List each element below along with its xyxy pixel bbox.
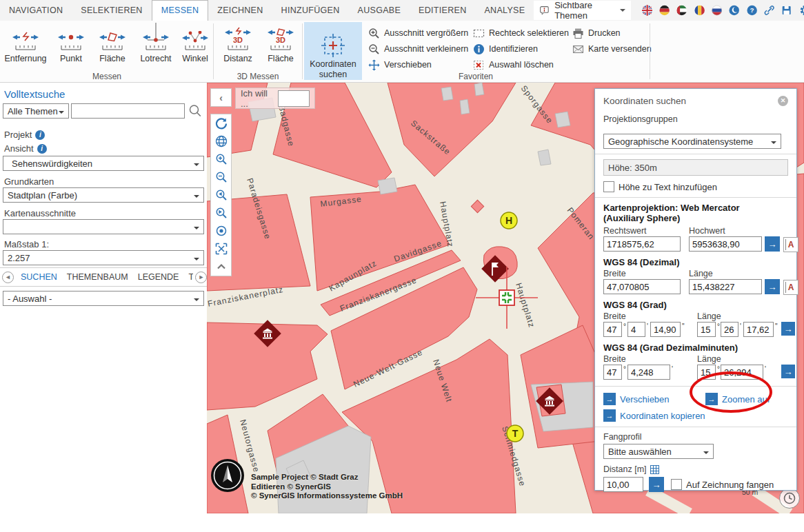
tram-stop-marker[interactable]: T — [507, 425, 523, 442]
ich-will-box[interactable]: Ich will ... — [235, 88, 315, 109]
center-position-button[interactable] — [211, 222, 231, 240]
tabs-scroll-left-icon[interactable]: ◄ — [2, 272, 14, 283]
info-icon[interactable]: i — [37, 144, 47, 154]
theme-select[interactable]: Alle Themen — [3, 103, 69, 119]
search-icon[interactable] — [188, 103, 203, 119]
arrow-icon: → — [705, 393, 718, 405]
link-icon[interactable] — [764, 4, 774, 17]
auf-zeichnung-fangen-checkbox[interactable] — [671, 479, 682, 490]
flag-uae-icon[interactable] — [676, 4, 687, 17]
apply-dezimal-button[interactable]: → — [765, 279, 780, 294]
tool-verschieben[interactable]: Verschieben — [368, 58, 432, 72]
previous-extent-button[interactable] — [211, 186, 231, 204]
map-viewport[interactable]: Badgasse Murgasse Sackstraße Sporgasse H… — [207, 83, 804, 513]
massstab-select[interactable]: 2.257 — [3, 250, 204, 265]
info-icon[interactable]: i — [35, 130, 45, 140]
tool-3d-flaeche[interactable]: 3D Fläche — [261, 23, 301, 63]
apply-webmercator-button[interactable]: → — [765, 236, 780, 252]
rechtswert-input[interactable] — [603, 236, 681, 252]
rectangle-select-icon — [473, 28, 485, 39]
hoehe-checkbox[interactable] — [603, 181, 614, 192]
label-coordinate-icon[interactable]: A — [783, 280, 798, 295]
next-extent-button[interactable] — [211, 204, 231, 222]
grad-laenge-sec-input[interactable] — [743, 322, 774, 337]
menu-navigation[interactable]: NAVIGATION — [0, 0, 72, 21]
grid-snap-icon[interactable] — [650, 465, 659, 474]
kartenausschnitte-select[interactable] — [3, 219, 204, 234]
help-icon[interactable]: ? — [747, 4, 757, 17]
full-extent-button[interactable] — [211, 240, 231, 258]
gradmin-laenge-deg-input[interactable] — [697, 365, 716, 380]
bus-stop-marker[interactable]: H — [501, 212, 517, 229]
tool-ausschnitt-vergroessern[interactable]: Ausschnitt vergrößern — [368, 26, 468, 40]
projection-select[interactable]: Geographische Koordinatensysteme — [603, 134, 781, 149]
settings-dropdown[interactable] — [799, 4, 804, 17]
tool-rechteck-selektieren[interactable]: Rechteck selektieren — [473, 26, 569, 40]
grad-laenge-deg-input[interactable] — [697, 322, 716, 337]
grad-breite-sec-input[interactable] — [650, 322, 681, 337]
breite-dezimal-input[interactable] — [603, 279, 681, 294]
tool-karte-versenden[interactable]: Karte versenden — [572, 42, 652, 56]
map-zoom-out-button[interactable] — [211, 168, 231, 186]
tab-suchen[interactable]: SUCHEN — [16, 272, 62, 282]
collapse-sidebar-button[interactable]: ‹ — [210, 88, 232, 107]
crescent-icon[interactable] — [729, 4, 739, 17]
flag-russia-icon[interactable] — [712, 4, 722, 17]
gradmin-breite-deg-input[interactable] — [603, 365, 622, 380]
label-coordinate-icon[interactable]: A — [783, 237, 798, 252]
tool-winkel[interactable]: Winkel — [178, 23, 212, 63]
laenge-dezimal-input[interactable] — [689, 279, 762, 294]
globe-overview-button[interactable] — [211, 132, 231, 150]
menu-ausgabe[interactable]: AUSGABE — [349, 0, 410, 21]
tool-ausschnitt-verkleinern[interactable]: Ausschnitt verkleinern — [368, 42, 468, 56]
fulltext-search-input[interactable] — [71, 103, 185, 119]
menu-selektieren[interactable]: SELEKTIEREN — [72, 0, 151, 21]
ansicht-select[interactable]: Sehenswürdigkeiten — [3, 156, 204, 171]
ich-will-input[interactable] — [278, 90, 310, 107]
apply-gradmin-button[interactable]: → — [781, 365, 795, 378]
flag-romania-icon[interactable] — [694, 4, 705, 17]
menu-messen[interactable]: MESSEN — [152, 0, 209, 21]
tabs-scroll-right-icon[interactable]: ► — [195, 272, 207, 283]
collapse-map-toolbar-button[interactable] — [211, 258, 231, 276]
grad-breite-deg-input[interactable] — [603, 322, 622, 337]
refresh-map-button[interactable] — [211, 114, 231, 132]
flag-uk-icon[interactable] — [642, 4, 652, 17]
distanz-input[interactable] — [603, 477, 643, 492]
koordinaten-kopieren-link[interactable]: → Koordinaten kopieren — [603, 409, 705, 422]
grad-breite-min-input[interactable] — [627, 322, 645, 337]
tool-3d-distanz[interactable]: 3D Distanz — [218, 23, 258, 63]
menu-zeichnen[interactable]: ZEICHNEN — [208, 0, 272, 21]
apply-grad-button[interactable]: → — [781, 322, 795, 336]
menu-analyse[interactable]: ANALYSE — [475, 0, 534, 21]
menu-hinzufuegen[interactable]: HINZUFÜGEN — [272, 0, 349, 21]
grad-laenge-min-input[interactable] — [721, 322, 738, 337]
visible-themes-dropdown[interactable]: Sichtbare Themen — [534, 1, 630, 20]
tab-legende[interactable]: LEGENDE — [133, 272, 184, 282]
gradmin-breite-min-input[interactable] — [627, 365, 670, 380]
grundkarten-label: Grundkarten — [4, 176, 54, 187]
close-icon[interactable]: ✕ — [778, 96, 788, 106]
tool-flaeche[interactable]: Fläche — [92, 23, 132, 63]
tab-themen[interactable]: THEMEN — [183, 272, 193, 282]
tool-auswahl-loeschen[interactable]: Auswahl löschen — [473, 58, 554, 72]
gradmin-laenge-min-input[interactable] — [721, 365, 763, 380]
tool-drucken[interactable]: Drucken — [572, 26, 621, 40]
map-zoom-in-button[interactable] — [211, 150, 231, 168]
tool-lotrecht[interactable]: Lotrecht — [134, 23, 178, 63]
tool-entfernung[interactable]: Entfernung — [1, 23, 50, 63]
tool-punkt[interactable]: Punkt — [51, 23, 91, 63]
hochwert-input[interactable] — [689, 236, 762, 252]
flag-germany-icon[interactable] — [659, 4, 670, 17]
save-icon[interactable] — [781, 4, 792, 17]
apply-distanz-button[interactable]: → — [649, 477, 664, 492]
grundkarten-select[interactable]: Stadtplan (Farbe) — [3, 187, 204, 203]
verschieben-link[interactable]: → Verschieben — [603, 393, 670, 405]
menu-editieren[interactable]: EDITIEREN — [410, 0, 475, 21]
wgs84-gradmin-title: WGS 84 (Grad Dezimalminuten) — [603, 342, 788, 353]
tab-themenbaum[interactable]: THEMENBAUM — [62, 272, 133, 282]
tool-identifizieren[interactable]: Identifizieren — [473, 42, 538, 56]
zoomen-auf-link[interactable]: → Zoomen auf — [705, 393, 770, 405]
auswahl-select[interactable]: - Auswahl - — [3, 291, 204, 306]
fangprofil-select[interactable]: Bitte auswählen — [603, 444, 714, 459]
